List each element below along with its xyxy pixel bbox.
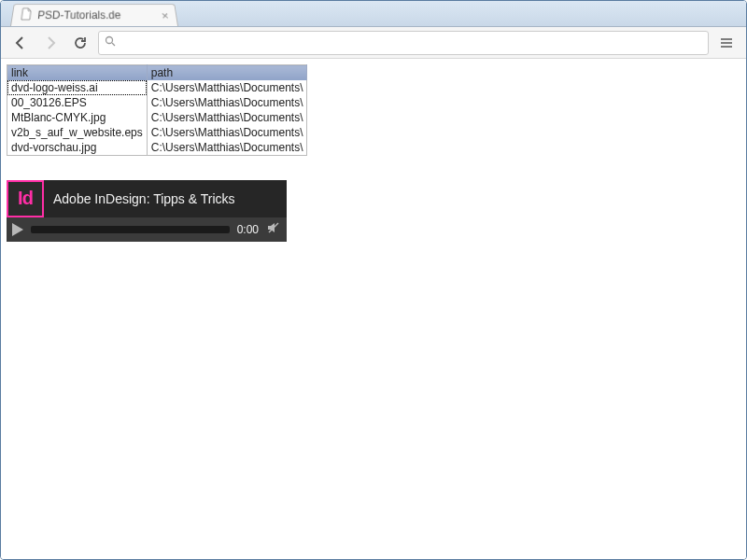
table-row[interactable]: v2b_s_auf_w_website.epsC:\Users\Matthias… <box>7 125 307 140</box>
table-row[interactable]: dvd-logo-weiss.aiC:\Users\Matthias\Docum… <box>7 80 307 95</box>
search-icon <box>105 35 116 49</box>
indesign-logo-icon: Id <box>7 180 44 217</box>
cell-path: C:\Users\Matthias\Documents\ <box>147 80 307 95</box>
cell-link: 00_30126.EPS <box>7 95 148 110</box>
play-button[interactable] <box>12 223 23 236</box>
table-header-row: link path <box>7 65 307 81</box>
mute-button[interactable] <box>266 220 281 239</box>
back-button[interactable] <box>8 31 33 55</box>
table-row[interactable]: dvd-vorschau.jpgC:\Users\Matthias\Docume… <box>7 140 307 155</box>
tab-strip: PSD-Tutorials.de × <box>1 0 746 27</box>
cell-path: C:\Users\Matthias\Documents\ <box>147 110 307 125</box>
cell-path: C:\Users\Matthias\Documents\ <box>147 140 307 155</box>
table-row[interactable]: MtBlanc-CMYK.jpgC:\Users\Matthias\Docume… <box>7 110 307 125</box>
video-header: Id Adobe InDesign: Tipps & Tricks <box>7 180 287 217</box>
back-icon <box>12 35 29 51</box>
forward-icon <box>42 35 59 51</box>
address-bar[interactable] <box>98 31 709 55</box>
reload-button[interactable] <box>68 31 92 55</box>
forward-button[interactable] <box>38 31 63 55</box>
browser-window: PSD-Tutorials.de × link p <box>0 0 747 560</box>
cell-path: C:\Users\Matthias\Documents\ <box>147 125 307 140</box>
cell-link: MtBlanc-CMYK.jpg <box>7 110 148 125</box>
cell-link: dvd-logo-weiss.ai <box>7 80 148 95</box>
video-player: Id Adobe InDesign: Tipps & Tricks 0:00 <box>7 180 287 242</box>
menu-icon <box>719 35 734 50</box>
mute-icon <box>266 220 281 235</box>
svg-point-4 <box>106 37 113 44</box>
menu-button[interactable] <box>714 31 739 55</box>
video-title: Adobe InDesign: Tipps & Tricks <box>53 191 235 206</box>
cell-link: v2b_s_auf_w_website.eps <box>7 125 148 140</box>
column-header-link[interactable]: link <box>7 65 148 81</box>
progress-bar[interactable] <box>31 226 230 233</box>
page-content: link path dvd-logo-weiss.aiC:\Users\Matt… <box>1 59 746 559</box>
reload-icon <box>73 35 88 50</box>
browser-toolbar <box>1 27 746 59</box>
document-icon <box>19 7 33 23</box>
tab-title: PSD-Tutorials.de <box>37 9 121 21</box>
tab-close-icon[interactable]: × <box>161 8 169 21</box>
cell-path: C:\Users\Matthias\Documents\ <box>147 95 307 110</box>
browser-tab[interactable]: PSD-Tutorials.de × <box>10 4 178 26</box>
column-header-path[interactable]: path <box>147 65 307 81</box>
video-controls: 0:00 <box>7 217 287 242</box>
time-display: 0:00 <box>237 223 259 236</box>
links-table: link path dvd-logo-weiss.aiC:\Users\Matt… <box>7 64 307 156</box>
table-row[interactable]: 00_30126.EPSC:\Users\Matthias\Documents\ <box>7 95 307 110</box>
svg-line-5 <box>112 43 115 46</box>
cell-link: dvd-vorschau.jpg <box>7 140 148 155</box>
